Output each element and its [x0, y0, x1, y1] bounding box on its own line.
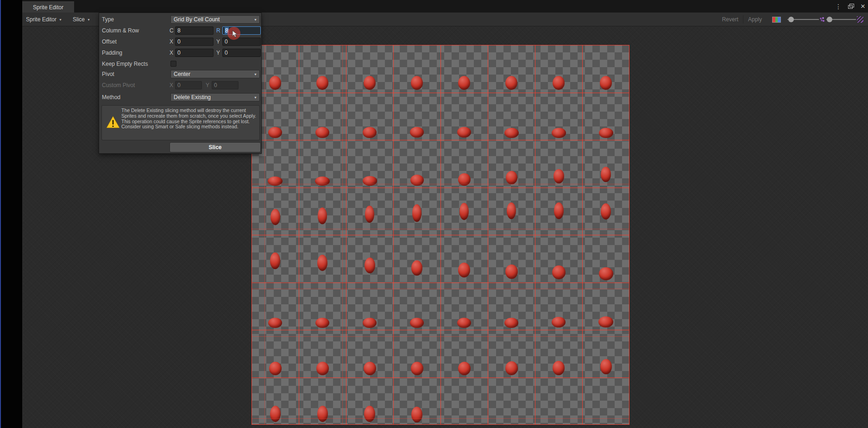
type-dropdown[interactable]: Grid By Cell Count ▼: [170, 15, 260, 24]
ball-sprite: [364, 362, 376, 375]
type-row: Type Grid By Cell Count ▼: [99, 15, 261, 24]
sprite-editor-mode-dropdown[interactable]: Sprite Editor ▼: [23, 13, 65, 26]
mip-slider-knob[interactable]: [788, 17, 794, 22]
ball-sprite: [458, 76, 470, 90]
ball-sprite: [504, 128, 519, 138]
ball-sprite: [599, 128, 613, 138]
mip-stripes-icon: [857, 16, 863, 23]
ball-sprite: [411, 76, 423, 90]
ball-sprite: [410, 127, 424, 138]
custom-pivot-row: Custom Pivot X 0 Y 0: [99, 81, 261, 89]
row-input[interactable]: 8: [222, 26, 261, 35]
slice-grid-line-horizontal: [252, 93, 629, 93]
ball-sprite: [270, 209, 280, 225]
padding-y-input[interactable]: 0: [222, 49, 261, 57]
warning-box: The Delete Existing slicing method will …: [101, 105, 260, 140]
toolbar-right: Revert Apply: [717, 13, 864, 26]
chevron-down-icon: ▼: [254, 96, 257, 99]
ball-sprite: [268, 176, 283, 186]
c-prefix-label: C: [170, 27, 174, 34]
close-icon[interactable]: ×: [861, 2, 865, 10]
slice-menu-button[interactable]: Slice ▼: [70, 13, 93, 26]
rgb-alpha-toggle-icon[interactable]: [772, 17, 781, 23]
chevron-down-icon: ▼: [59, 18, 62, 21]
ball-sprite: [554, 202, 564, 219]
ball-sprite: [410, 318, 424, 328]
ball-sprite: [365, 206, 374, 223]
offset-row: Offset X 0 Y 0: [99, 38, 261, 46]
offset-y-input[interactable]: 0: [222, 38, 261, 46]
type-label: Type: [102, 16, 114, 23]
pivot-dropdown[interactable]: Center ▼: [170, 70, 260, 78]
zoom-slider[interactable]: [826, 13, 864, 26]
ball-sprite: [317, 255, 327, 271]
ball-sprite: [554, 169, 564, 183]
ball-sprite: [507, 202, 516, 219]
keep-empty-checkbox[interactable]: [170, 61, 176, 67]
pivot-value: Center: [174, 71, 190, 77]
slice-panel: Type Grid By Cell Count ▼ Column & Row C…: [99, 13, 262, 154]
titlebar: Sprite Editor ⋮ ×: [22, 0, 868, 13]
ball-sprite: [411, 407, 422, 422]
warning-icon: [106, 116, 120, 131]
ball-sprite: [504, 318, 518, 328]
ball-sprite: [457, 318, 471, 328]
custom-pivot-y-label: Y: [206, 82, 209, 88]
type-value: Grid By Cell Count: [174, 16, 220, 23]
ball-sprite: [457, 127, 471, 138]
offset-x-input[interactable]: 0: [175, 38, 214, 46]
slice-grid-line-horizontal: [252, 235, 629, 235]
maximize-icon-front: [849, 4, 854, 7]
slice-grid-line-horizontal: [252, 140, 629, 140]
ball-sprite: [601, 203, 611, 220]
slice-grid-line-horizontal: [252, 283, 629, 283]
padding-y-label: Y: [216, 50, 220, 56]
ball-sprite: [318, 208, 327, 224]
sprite-sheet[interactable]: [252, 45, 629, 425]
column-input[interactable]: 8: [175, 26, 214, 35]
desktop-background: [1, 0, 22, 428]
ball-sprite: [600, 76, 612, 90]
maximize-icon[interactable]: [848, 4, 854, 9]
method-label: Method: [102, 94, 120, 101]
custom-pivot-y-input: 0: [212, 81, 239, 89]
revert-button[interactable]: Revert: [717, 13, 743, 26]
ball-sprite: [315, 127, 329, 138]
ball-sprite: [317, 406, 328, 422]
padding-x-input[interactable]: 0: [175, 49, 214, 57]
ball-sprite: [411, 362, 423, 375]
ball-sprite: [268, 318, 282, 328]
ball-sprite: [269, 76, 281, 90]
ball-sprite: [458, 362, 471, 375]
slice-grid-line-horizontal: [252, 45, 629, 45]
zoom-slider-knob[interactable]: [827, 17, 832, 22]
slice-grid-line-horizontal: [252, 188, 629, 188]
apply-button[interactable]: Apply: [743, 13, 767, 26]
ball-sprite: [552, 265, 566, 279]
ball-sprite: [598, 316, 613, 327]
tab-sprite-editor[interactable]: Sprite Editor: [22, 1, 74, 13]
keep-empty-label: Keep Empty Rects: [102, 61, 148, 67]
method-dropdown[interactable]: Delete Existing ▼: [170, 93, 260, 101]
sprite-editor-mode-label: Sprite Editor: [26, 16, 57, 23]
ball-sprite: [270, 406, 281, 422]
chevron-down-icon: ▼: [254, 18, 257, 21]
ball-sprite: [552, 128, 566, 138]
unity-window: Sprite Editor ⋮ × Sprite Editor ▼ Slice …: [0, 0, 868, 428]
slice-button[interactable]: Slice: [170, 142, 261, 152]
offset-y-label: Y: [216, 38, 220, 45]
keep-empty-row: Keep Empty Rects: [99, 60, 261, 68]
kebab-menu-icon[interactable]: ⋮: [835, 3, 842, 10]
slice-grid-line-horizontal: [252, 330, 629, 330]
method-value: Delete Existing: [174, 94, 211, 101]
ball-sprite: [553, 76, 565, 90]
ball-sprite: [505, 76, 517, 90]
mip-slider[interactable]: [787, 13, 826, 26]
ball-sprite: [599, 267, 613, 280]
r-prefix-label: R: [216, 27, 220, 34]
ball-sprite: [363, 127, 377, 138]
ball-sprite: [412, 204, 421, 222]
padding-label: Padding: [102, 50, 122, 56]
row-input-selection: 8: [225, 27, 229, 34]
column-row-row: Column & Row C 8 R 8: [99, 26, 261, 35]
